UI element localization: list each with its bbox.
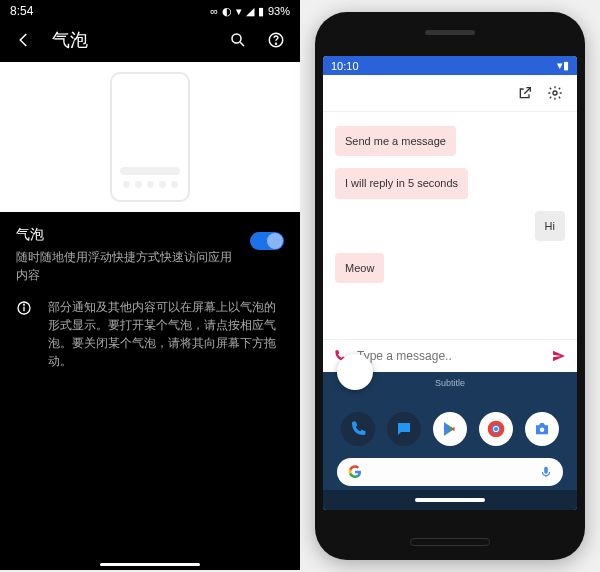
- bubbles-toggle-switch[interactable]: [250, 232, 284, 250]
- info-row: 部分通知及其他内容可以在屏幕上以气泡的形式显示。要打开某个气泡，请点按相应气泡。…: [0, 298, 300, 384]
- help-icon[interactable]: [266, 30, 286, 50]
- bubbles-toggle-row[interactable]: 气泡 随时随地使用浮动快捷方式快速访问应用内容: [0, 212, 300, 298]
- messages-app-icon[interactable]: [387, 412, 421, 446]
- nav-pill[interactable]: [415, 498, 485, 502]
- chat-message[interactable]: I will reply in 5 seconds: [335, 168, 468, 198]
- svg-rect-11: [544, 467, 548, 474]
- dnd-icon: ∞: [210, 5, 218, 17]
- device-frame: 10:10 ▾▮ Send me a message I will reply …: [315, 12, 585, 560]
- battery-icon: ▮: [258, 5, 264, 18]
- status-icons: ∞ ◐ ▾ ◢ ▮ 93%: [210, 5, 290, 18]
- svg-point-10: [540, 428, 545, 433]
- setting-title: 气泡: [16, 226, 238, 244]
- chrome-icon[interactable]: [479, 412, 513, 446]
- status-icons: ▾▮: [557, 59, 569, 72]
- signal-icon: ◢: [246, 5, 254, 18]
- svg-point-9: [494, 427, 498, 431]
- status-bar: 8:54 ∞ ◐ ▾ ◢ ▮ 93%: [0, 0, 300, 18]
- chat-bubble-head[interactable]: [337, 354, 373, 390]
- svg-point-4: [24, 304, 25, 305]
- open-in-new-icon[interactable]: [517, 85, 533, 101]
- chat-message[interactable]: Hi: [535, 211, 565, 241]
- mock-phone-illustration: [110, 72, 190, 202]
- device-screen: 10:10 ▾▮ Send me a message I will reply …: [323, 56, 577, 510]
- phone-preview-panel: 10:10 ▾▮ Send me a message I will reply …: [300, 0, 600, 572]
- chat-message[interactable]: Send me a message: [335, 126, 456, 156]
- svg-point-0: [232, 34, 241, 43]
- gesture-nav-handle[interactable]: [100, 563, 200, 566]
- gesture-nav-bar[interactable]: [323, 490, 577, 510]
- bubbles-toggle-text: 气泡 随时随地使用浮动快捷方式快速访问应用内容: [16, 226, 238, 284]
- gear-icon[interactable]: [547, 85, 563, 101]
- info-icon: [16, 300, 34, 316]
- chat-message[interactable]: Meow: [335, 253, 384, 283]
- settings-screen: 8:54 ∞ ◐ ▾ ◢ ▮ 93% 气泡 气泡: [0, 0, 300, 570]
- vibrate-icon: ◐: [222, 5, 232, 18]
- mic-icon[interactable]: [539, 465, 553, 479]
- device-chin: [410, 538, 490, 546]
- setting-desc: 随时随地使用浮动快捷方式快速访问应用内容: [16, 248, 238, 284]
- earpiece: [425, 30, 475, 35]
- camera-icon[interactable]: [525, 412, 559, 446]
- google-search-bar[interactable]: [337, 458, 563, 486]
- back-icon[interactable]: [14, 30, 34, 50]
- send-icon[interactable]: [551, 348, 567, 364]
- chat-body[interactable]: Send me a message I will reply in 5 seco…: [323, 112, 577, 339]
- status-bar: 10:10 ▾▮: [323, 56, 577, 75]
- battery-pct: 93%: [268, 5, 290, 17]
- status-time: 10:10: [331, 60, 359, 72]
- status-time: 8:54: [10, 4, 33, 18]
- home-screen: Subtitle: [323, 372, 577, 510]
- google-logo-icon: [347, 464, 363, 480]
- svg-point-5: [553, 91, 557, 95]
- app-dock: [323, 402, 577, 452]
- wifi-icon: ▾: [236, 5, 242, 18]
- info-text: 部分通知及其他内容可以在屏幕上以气泡的形式显示。要打开某个气泡，请点按相应气泡。…: [48, 298, 284, 370]
- message-input[interactable]: [357, 349, 541, 363]
- svg-point-2: [276, 43, 277, 44]
- bubble-subtitle: Subtitle: [435, 378, 465, 388]
- chat-header: [323, 75, 577, 112]
- illustration-card: [0, 62, 300, 212]
- app-bar: 气泡: [0, 18, 300, 62]
- search-icon[interactable]: [228, 30, 248, 50]
- phone-app-icon[interactable]: [341, 412, 375, 446]
- play-store-icon[interactable]: [433, 412, 467, 446]
- page-title: 气泡: [52, 28, 210, 52]
